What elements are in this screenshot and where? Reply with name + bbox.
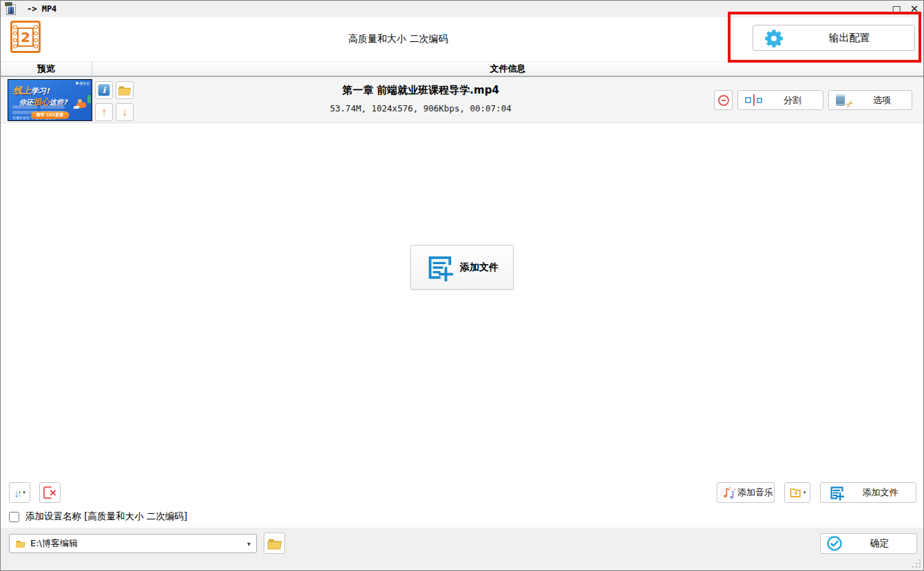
app-window: -> MP4 □ ✕ 2 高质量和大小 二次编码 输出配置 预览 文件信息 博学… [0, 0, 924, 571]
thumb-brand-label: 博学谷 [79, 81, 90, 85]
sort-up-icon: ↑ [17, 487, 23, 499]
top-toolbar: 2 高质量和大小 二次编码 输出配置 [1, 17, 923, 61]
output-config-button[interactable]: 输出配置 [753, 25, 915, 51]
add-music-button[interactable]: 添加音乐 [717, 482, 775, 503]
add-files-main-button[interactable]: 添加文件 [410, 245, 514, 290]
open-folder-button[interactable] [116, 81, 134, 99]
chevron-down-icon: ▾ [23, 490, 25, 495]
file-details: 53.74M, 1024x576, 906Kbps, 00:07:04 [145, 103, 696, 114]
add-music-label: 添加音乐 [737, 486, 773, 499]
app-icon [5, 3, 17, 15]
column-header-preview: 预览 [1, 62, 92, 76]
ok-label: 确定 [843, 537, 916, 550]
add-files-icon [829, 485, 845, 501]
file-row[interactable]: 博学谷 线上学习! 你还担心这些? 在博学谷学习, 这些不必担心! 教学 1V1… [1, 77, 923, 123]
info-icon: i [98, 84, 110, 96]
queue-count-film-icon: 2 [10, 21, 41, 53]
output-config-label: 输出配置 [784, 32, 914, 45]
preset-label: 高质量和大小 二次编码 [348, 33, 448, 45]
add-folder-button[interactable]: ▾ [784, 482, 810, 503]
split-label: 分割 [762, 94, 823, 107]
thumb-plant-illustration [87, 95, 91, 103]
folder-plus-icon [789, 486, 803, 499]
music-notes-icon [721, 485, 736, 500]
add-files-icon [426, 253, 454, 282]
append-setting-name-label: 添加设置名称 [高质量和大小 二次编码] [25, 510, 187, 523]
close-button[interactable]: ✕ [905, 2, 923, 16]
queue-count-label: 2 [17, 28, 34, 47]
split-button[interactable]: 分割 [737, 90, 823, 110]
window-title: -> MP4 [27, 4, 56, 14]
file-name: 第一章 前端就业班课程导学.mp4 [145, 84, 696, 97]
move-down-button[interactable]: ↓ [116, 103, 134, 121]
options-label: 选项 [852, 94, 912, 107]
append-setting-name-row: 添加设置名称 [高质量和大小 二次编码] [9, 510, 187, 523]
add-files-button[interactable]: 添加文件 [820, 482, 916, 503]
gear-icon [764, 28, 784, 48]
clear-list-button[interactable]: ✕ [39, 482, 61, 503]
file-info-block: 第一章 前端就业班课程导学.mp4 53.74M, 1024x576, 906K… [145, 84, 696, 114]
thumb-badge: 教学 1V1直通 [31, 111, 69, 119]
video-thumbnail: 博学谷 线上学习! 你还担心这些? 在博学谷学习, 这些不必担心! 教学 1V1… [8, 79, 92, 121]
chevron-down-icon: ▾ [247, 540, 251, 548]
chevron-down-icon: ▾ [804, 490, 806, 495]
add-files-main-label: 添加文件 [460, 261, 498, 274]
output-path-select[interactable]: E:\博客编辑 ▾ [9, 534, 257, 553]
remove-file-button[interactable] [714, 90, 733, 110]
folder-icon [267, 537, 282, 550]
clip-scissors-icon: ✂ [836, 94, 852, 107]
folder-icon [118, 85, 132, 96]
file-list-empty-area: 添加文件 [1, 123, 923, 479]
options-button[interactable]: ✂ 选项 [828, 90, 912, 110]
thumb-person-illustration [74, 99, 87, 111]
list-header: 预览 文件信息 [1, 61, 923, 77]
arrow-up-icon: ↑ [101, 107, 107, 118]
output-path-value: E:\博客编辑 [30, 537, 243, 550]
ok-button[interactable]: 确定 [820, 533, 917, 554]
check-circle-icon [826, 535, 843, 552]
maximize-button[interactable]: □ [888, 2, 905, 16]
split-icon [745, 94, 762, 106]
media-info-button[interactable]: i [95, 81, 113, 99]
append-setting-name-checkbox[interactable] [9, 512, 19, 522]
remove-icon [718, 95, 729, 106]
clear-list-icon: ✕ [43, 486, 57, 499]
move-up-button[interactable]: ↑ [95, 103, 113, 121]
resize-grip[interactable] [912, 559, 921, 568]
folder-icon [15, 539, 26, 548]
arrow-down-icon: ↓ [122, 107, 127, 118]
add-files-label: 添加文件 [845, 486, 916, 499]
sort-list-button[interactable]: ↓ ↑ ▾ [9, 482, 30, 503]
column-header-file-info: 文件信息 [92, 62, 923, 76]
titlebar: -> MP4 □ ✕ [1, 1, 923, 17]
browse-output-folder-button[interactable] [264, 532, 285, 554]
